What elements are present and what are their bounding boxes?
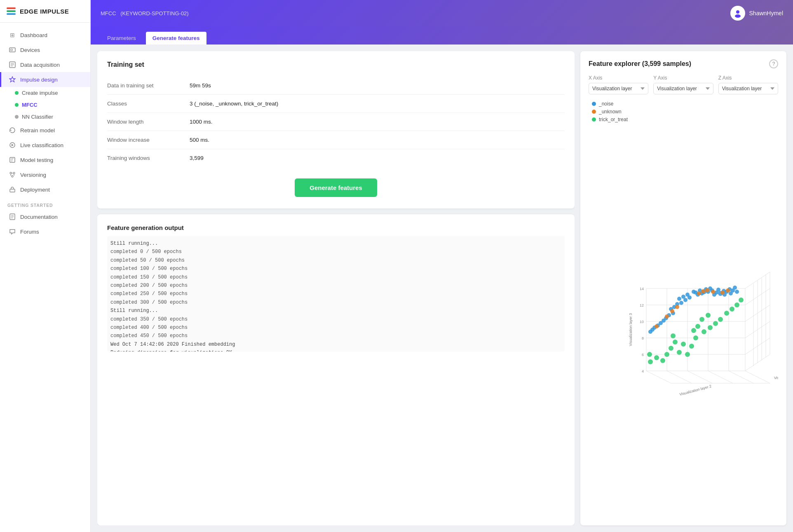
svg-point-121 bbox=[739, 298, 744, 302]
y-axis-select[interactable]: Visualization layer bbox=[653, 83, 713, 94]
svg-rect-1 bbox=[11, 49, 12, 51]
output-title: Feature generation output bbox=[107, 224, 565, 231]
app-name: EDGE IMPULSE bbox=[20, 8, 69, 15]
table-row: Data in training set59m 59s bbox=[107, 77, 565, 95]
model-test-icon bbox=[9, 156, 16, 164]
svg-text:10: 10 bbox=[640, 320, 644, 324]
log-line: completed 350 / 500 epochs bbox=[110, 315, 561, 323]
sidebar-item-devices[interactable]: Devices bbox=[0, 42, 90, 57]
training-table: Data in training set59m 59sClasses3 (_no… bbox=[107, 77, 565, 167]
svg-point-110 bbox=[671, 333, 676, 338]
log-line: completed 50 / 500 epochs bbox=[110, 256, 561, 265]
sidebar-item-forums[interactable]: Forums bbox=[0, 224, 90, 239]
feature-explorer-title: Feature explorer (3,599 samples) bbox=[589, 60, 691, 68]
username: ShawnHymel bbox=[749, 10, 783, 16]
sidebar-sub-nn-label: NN Classifier bbox=[22, 114, 53, 120]
row-label: Data in training set bbox=[107, 77, 190, 95]
sidebar-item-dashboard[interactable]: ⊞ Dashboard bbox=[0, 28, 90, 42]
svg-point-76 bbox=[683, 298, 687, 302]
sidebar-sub-nn-classifier[interactable]: NN Classifier bbox=[0, 111, 90, 123]
avatar bbox=[730, 6, 745, 21]
svg-line-36 bbox=[667, 371, 692, 383]
table-row: Window length1000 ms. bbox=[107, 113, 565, 131]
sidebar-item-versioning[interactable]: Versioning bbox=[0, 167, 90, 182]
legend-label: _noise bbox=[599, 101, 613, 107]
svg-point-106 bbox=[689, 344, 694, 349]
generate-features-button[interactable]: Generate features bbox=[295, 178, 377, 197]
help-icon[interactable]: ? bbox=[769, 59, 778, 68]
log-line: Reducing dimensions for visualizations O… bbox=[110, 349, 561, 352]
svg-point-99 bbox=[675, 305, 679, 309]
svg-point-116 bbox=[706, 313, 711, 318]
svg-point-7 bbox=[12, 176, 13, 177]
svg-point-111 bbox=[654, 355, 659, 360]
data-acq-icon bbox=[9, 61, 16, 68]
svg-text:8: 8 bbox=[642, 336, 644, 340]
sidebar-item-live-label: Live classification bbox=[20, 142, 63, 148]
sidebar-item-retrain-label: Retrain model bbox=[20, 127, 55, 134]
svg-point-100 bbox=[655, 324, 659, 328]
axis-controls: X Axis Visualization layer Y Axis Visual… bbox=[589, 75, 778, 94]
svg-point-125 bbox=[647, 352, 652, 357]
svg-text:Visualization layer 1: Visualization layer 1 bbox=[774, 376, 778, 380]
tab-parameters[interactable]: Parameters bbox=[101, 32, 143, 45]
svg-text:6: 6 bbox=[642, 353, 644, 357]
z-axis-select[interactable]: Visualization layer bbox=[718, 83, 778, 94]
tab-generate-features[interactable]: Generate features bbox=[146, 32, 206, 45]
sidebar-item-deployment-label: Deployment bbox=[20, 187, 50, 193]
svg-point-90 bbox=[648, 330, 652, 334]
svg-text:Visualization layer 3: Visualization layer 3 bbox=[629, 313, 633, 346]
logo-area: EDGE IMPULSE bbox=[0, 0, 90, 23]
legend-item: _unknown bbox=[592, 109, 778, 115]
svg-point-112 bbox=[702, 329, 706, 334]
sidebar-sub-mfcc[interactable]: MFCC bbox=[0, 99, 90, 111]
getting-started-label: GETTING STARTED bbox=[0, 197, 90, 209]
row-value: 59m 59s bbox=[190, 77, 565, 95]
feature-explorer-panel: Feature explorer (3,599 samples) ? X Axi… bbox=[580, 51, 786, 525]
sidebar-item-model-testing-label: Model testing bbox=[20, 157, 53, 163]
svg-text:14: 14 bbox=[640, 287, 644, 291]
sidebar-item-data-acquisition-label: Data acquisition bbox=[20, 62, 60, 68]
svg-point-98 bbox=[670, 309, 674, 313]
training-set-title: Training set bbox=[107, 61, 565, 68]
sidebar-item-impulse-design[interactable]: Impulse design bbox=[0, 72, 90, 87]
live-class-icon bbox=[9, 141, 16, 149]
legend: _noise_unknowntrick_or_treat bbox=[589, 101, 778, 122]
svg-point-92 bbox=[697, 291, 701, 295]
create-impulse-dot bbox=[15, 91, 19, 95]
x-axis-select[interactable]: Visualization layer bbox=[589, 83, 648, 94]
content-area: Training set Data in training set59m 59s… bbox=[91, 45, 793, 532]
svg-point-78 bbox=[679, 301, 683, 305]
sidebar-sub-create-impulse[interactable]: Create impulse bbox=[0, 87, 90, 99]
sidebar-item-data-acquisition[interactable]: Data acquisition bbox=[0, 57, 90, 72]
svg-line-39 bbox=[729, 371, 753, 383]
svg-text:Visualization layer 2: Visualization layer 2 bbox=[679, 384, 712, 396]
deployment-icon bbox=[9, 186, 16, 193]
output-log[interactable]: Still running... completed 0 / 500 epoch… bbox=[107, 236, 565, 352]
sidebar-item-documentation[interactable]: Documentation bbox=[0, 209, 90, 224]
sidebar-sub-mfcc-label: MFCC bbox=[22, 102, 38, 108]
sidebar-item-dashboard-label: Dashboard bbox=[20, 32, 47, 38]
svg-point-102 bbox=[669, 346, 673, 351]
sidebar-item-model-testing[interactable]: Model testing bbox=[0, 152, 90, 167]
forums-icon bbox=[9, 228, 16, 235]
table-row: Classes3 (_noise, _unknown, trick_or_tre… bbox=[107, 95, 565, 113]
x-axis-label: X Axis bbox=[589, 75, 648, 81]
log-line: completed 200 / 500 epochs bbox=[110, 281, 561, 290]
svg-point-109 bbox=[693, 335, 698, 340]
sidebar-item-impulse-label: Impulse design bbox=[20, 77, 58, 83]
log-line: completed 450 / 500 epochs bbox=[110, 332, 561, 340]
table-row: Training windows3,599 bbox=[107, 149, 565, 167]
sidebar-item-live-classification[interactable]: Live classification bbox=[0, 138, 90, 152]
row-value: 3 (_noise, _unknown, trick_or_treat) bbox=[190, 95, 565, 113]
y-axis-label: Y Axis bbox=[653, 75, 713, 81]
svg-point-96 bbox=[726, 288, 730, 293]
sidebar-item-retrain-model[interactable]: Retrain model bbox=[0, 123, 90, 138]
svg-point-71 bbox=[733, 286, 737, 290]
sidebar-nav: ⊞ Dashboard Devices Data acquisition Imp… bbox=[0, 23, 90, 532]
x-axis-group: X Axis Visualization layer bbox=[589, 75, 648, 94]
sidebar-item-deployment[interactable]: Deployment bbox=[0, 182, 90, 197]
feature-explorer-header: Feature explorer (3,599 samples) ? bbox=[589, 59, 778, 68]
svg-line-37 bbox=[687, 371, 712, 383]
dashboard-icon: ⊞ bbox=[9, 31, 16, 39]
